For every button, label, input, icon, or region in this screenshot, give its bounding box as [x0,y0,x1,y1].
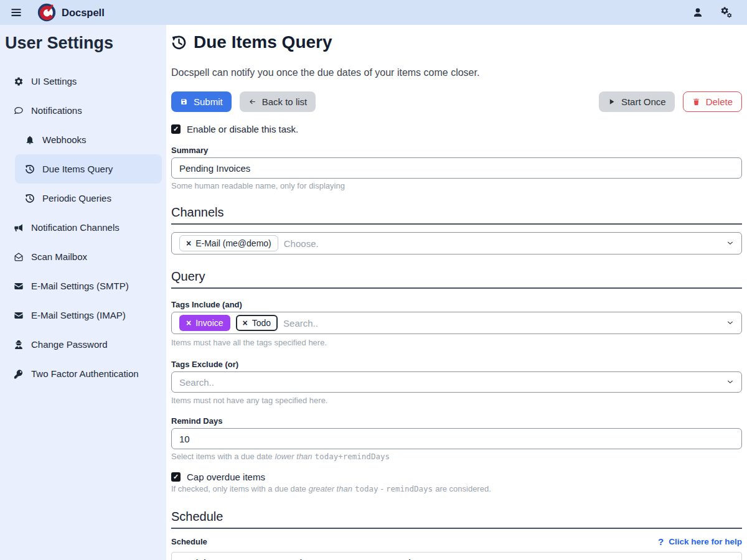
delete-button[interactable]: Delete [683,91,742,112]
schedule-label: Schedule [171,537,207,546]
history-icon [25,194,35,203]
sidebar-item-label: Webhooks [42,134,87,145]
top-navbar: Docspell [0,0,747,25]
remind-days-hint: Select items with a due datelower thanto… [171,452,742,461]
envelope-icon [14,281,24,291]
sidebar-item-email-smtp[interactable]: E-Mail Settings (SMTP) [0,271,166,301]
tag-chip-todo[interactable]: × Todo [236,315,278,331]
remind-days-input[interactable] [171,428,742,449]
sidebar-item-two-factor-auth[interactable]: Two Factor Authentication [0,359,166,388]
chevron-down-icon [726,240,734,247]
chevron-down-icon [726,378,734,386]
sidebar-item-periodic-queries[interactable]: Periodic Queries [0,184,166,213]
enable-task-label: Enable or disable this task. [187,124,298,134]
comment-icon [14,106,24,116]
channel-chip[interactable]: × E-Mail (me@demo) [179,235,278,251]
history-icon [25,164,35,174]
sidebar-item-label: Two Factor Authentication [31,368,139,379]
tag-chip-invoice[interactable]: × Invoice [179,315,230,331]
app: Docspell User Settings UI Settings Notif… [0,0,747,560]
schedule-section-header: Schedule [171,510,742,529]
page-description: Docspell can notify you once the due dat… [171,67,742,78]
start-once-button[interactable]: Start Once [599,91,675,112]
remove-chip-icon[interactable]: × [186,318,191,328]
channels-placeholder: Choose. [284,238,319,249]
envelope-open-icon [14,252,24,262]
tags-exclude-placeholder: Search.. [179,377,214,388]
sidebar-item-email-imap[interactable]: E-Mail Settings (IMAP) [0,301,166,330]
tags-exclude-multiselect[interactable]: Search.. [171,371,742,393]
remove-chip-icon[interactable]: × [243,318,248,328]
cap-overdue-hint: If checked, only items with a due dategr… [171,484,742,493]
brand[interactable]: Docspell [37,3,105,22]
sidebar-item-due-items-query[interactable]: Due Items Query [15,154,162,184]
back-to-list-button[interactable]: Back to list [240,91,316,112]
sidebar-item-webhooks[interactable]: Webhooks [0,125,166,154]
sidebar-item-label: UI Settings [31,76,77,86]
tags-exclude-hint: Items must not have any tag specified he… [171,396,742,405]
sidebar-menu: UI Settings Notifications Webhooks Due I… [0,67,166,388]
sidebar-item-label: E-Mail Settings (IMAP) [31,310,126,320]
remind-days-label: Remind Days [171,416,742,426]
gear-icon [14,77,24,86]
sidebar: User Settings UI Settings Notifications … [0,25,166,560]
question-icon: ? [658,536,664,547]
sidebar-item-scan-mailbox[interactable]: Scan Mailbox [0,242,166,271]
enable-task-row: ✓ Enable or disable this task. [171,124,742,134]
tags-exclude-label: Tags Exclude (or) [171,360,742,369]
user-icon[interactable] [692,7,703,18]
sidebar-item-notifications[interactable]: Notifications [0,96,166,125]
check-icon: ✓ [173,125,179,133]
chevron-down-icon [726,319,734,327]
sidebar-title: User Settings [5,34,166,53]
play-icon [608,98,616,106]
arrow-left-icon [248,98,256,106]
navbar-right [692,7,737,18]
action-bar: Submit Back to list Start Once Delete [171,91,742,112]
summary-label: Summary [171,146,742,155]
sidebar-item-label: E-Mail Settings (SMTP) [31,281,129,291]
tags-include-placeholder: Search.. [283,318,318,329]
key-icon [14,369,24,379]
sidebar-item-label: Due Items Query [42,164,113,174]
tags-include-hint: Items must have all the tags specified h… [171,338,742,347]
schedule-label-row: Schedule ? Click here for help [171,536,742,547]
trash-icon [692,98,700,106]
menu-bars-icon[interactable] [10,6,22,19]
check-icon: ✓ [173,473,179,481]
user-secret-icon [14,340,24,350]
main-content: Due Items Query Docspell can notify you … [166,25,747,560]
sidebar-item-label: Scan Mailbox [31,251,87,262]
docspell-logo-icon [37,3,56,22]
summary-input[interactable] [171,157,742,179]
sidebar-item-change-password[interactable]: Change Password [0,330,166,359]
submit-button[interactable]: Submit [171,91,232,112]
tags-include-label: Tags Include (and) [171,300,742,309]
summary-hint: Some human readable name, only for displ… [171,181,742,190]
enable-task-checkbox[interactable]: ✓ [171,124,181,134]
history-icon [171,35,187,50]
sidebar-item-notification-channels[interactable]: Notification Channels [0,213,166,242]
page-title: Due Items Query [171,32,742,52]
envelope-icon [14,310,24,320]
cap-overdue-label: Cap overdue items [187,472,265,482]
cap-overdue-checkbox[interactable]: ✓ [171,472,181,482]
cap-overdue-row: ✓ Cap overdue items [171,472,742,482]
channels-section-header: Channels [171,205,742,225]
sidebar-item-label: Notifications [31,105,82,116]
bell-icon [25,135,35,145]
query-section-header: Query [171,269,742,289]
sidebar-item-label: Periodic Queries [42,193,111,203]
channels-multiselect[interactable]: × E-Mail (me@demo) Choose. [171,232,742,254]
save-icon [180,98,188,106]
sidebar-item-label: Change Password [31,339,108,350]
cogs-icon[interactable] [721,7,732,18]
sidebar-item-label: Notification Channels [31,222,120,233]
schedule-table: Weekday Year Month Day Hour Minute * - [171,552,742,560]
page-title-text: Due Items Query [194,32,332,52]
bullhorn-icon [14,223,24,233]
sidebar-item-ui-settings[interactable]: UI Settings [0,67,166,96]
schedule-help-link[interactable]: ? Click here for help [658,536,742,547]
remove-chip-icon[interactable]: × [186,238,191,248]
tags-include-multiselect[interactable]: × Invoice × Todo Search.. [171,312,742,334]
